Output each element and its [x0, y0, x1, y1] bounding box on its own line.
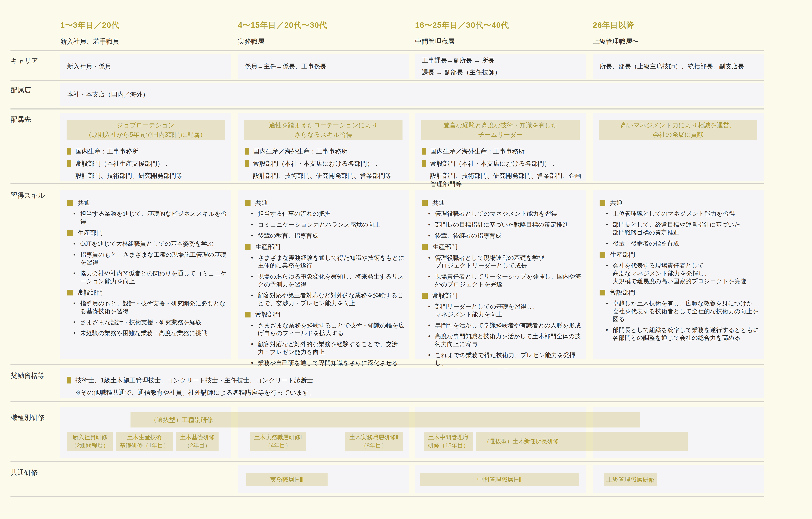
common-training-badge: 中間管理職層Ⅰ~Ⅱ [420, 473, 579, 486]
qualifications-text: 技術士、1級土木施工管理技士、コンクリート技士・主任技士、コンクリート診断士 [76, 376, 313, 385]
skills-group-label: 常設部門 [255, 310, 281, 319]
column-subtitle: 上級管理職層〜 [593, 37, 763, 46]
career-text: 係員→主任→係長、工事係長 [245, 63, 409, 70]
bullet-dot-icon: • [74, 270, 80, 285]
row-skills: 共通•担当する業務を通じて、基礎的なビジネススキルを習得生産部門•OJTを通じて… [0, 190, 812, 359]
skills-item: •現場責任者としてリーダーシップを発揮し、国内や海外のプロジェクトを完遂 [428, 273, 582, 288]
bullet-dot-icon: • [428, 273, 435, 288]
skills-item: •会社を代表する現場責任者として 高度なマネジメント能力を発揮し、 大規模で難易… [606, 262, 759, 285]
skills-item: •管理役職者としてのマネジメント能力を習得 [428, 210, 582, 218]
skills-group-heading: 共通 [245, 199, 405, 207]
assignment-badge: 高いマネジメント力により相識を運営、 会社の発展に貢献 [599, 120, 757, 140]
skills-item: •さまざまな設計・技術支援・研究業務を経験 [74, 318, 227, 326]
bullet-dot-icon: • [606, 240, 613, 247]
skills-group-heading: 生産部門 [67, 228, 227, 237]
skills-item: •業務や自己研を通して専門知識をさらに深化させる [251, 359, 405, 367]
divider [10, 496, 763, 497]
assignment-item-subtext: 設計部門、技術部門、研究開発部門、営業部門、企画管理部門等 [430, 172, 582, 188]
bullet-square-icon [422, 148, 426, 155]
divider [10, 109, 763, 110]
qualifications-item: 技術士、1級土木施工管理技士、コンクリート技士・主任技士、コンクリート診断士 [67, 376, 757, 385]
bullet-dot-icon: • [428, 221, 435, 228]
bullet-dot-icon: • [74, 240, 80, 248]
skills-group-label: 共通 [255, 199, 268, 207]
skills-group-heading: 常設部門 [67, 288, 227, 297]
bullet-dot-icon: • [428, 322, 435, 329]
skills-item-text: 管理役職者としてのマネジメント能力を習得 [435, 210, 557, 218]
column-subtitle: 新入社員、若手職員 [60, 37, 231, 46]
skills-item-text: 管理役職者として現場運営の基礎を学び プロジェクトリーダーとして成長 [435, 254, 544, 270]
assignment-item-subtext: 設計部門、技術部門、研究開発部門等 [76, 172, 227, 180]
assignment-item-text: 常設部門（本社生産支援部門）： [76, 159, 170, 168]
skills-item-text: 担当する仕事の流れの把握 [258, 210, 331, 218]
bullet-square-icon [422, 293, 428, 299]
divider [10, 50, 763, 51]
bullet-dot-icon: • [251, 210, 258, 218]
assignment-items: 国内生産：工事事務所常設部門（本社生産支援部門）：設計部門、技術部門、研究開発部… [67, 147, 227, 180]
skills-item-text: 業務や自己研を通して専門知識をさらに深化させる [258, 359, 398, 367]
bullet-dot-icon: • [606, 210, 613, 218]
row-qualifications: 技術士、1級土木施工管理技士、コンクリート技士・主任技士、コンクリート診断士 ※… [0, 368, 812, 398]
row-job-training: （選抜型）工種別研修 新入社員研修 （2週間程度）土木生産技術 基礎研修（1年目… [0, 407, 812, 458]
skills-item: •さまざまな実務経験を通して得た知識や技術をもとに主体的に業務を遂行 [251, 254, 405, 270]
career-text: 新入社員・係員 [67, 63, 231, 70]
bullet-dot-icon: • [74, 251, 80, 267]
assignment-item-text: 国内生産／海外生産：工事事務所 [253, 147, 347, 156]
bullet-dot-icon: • [74, 329, 80, 337]
assignment-badge: 豊富な経験と高度な技術・知識を有した チームリーダー [422, 120, 580, 140]
skills-item-text: さまざまな業務を経験することで技術・知識の幅を広げ自らのフィールドを拡大する [258, 322, 405, 337]
assignment-items: 国内生産／海外生産：工事事務所常設部門（本社・本支店における各部門）：設計部門、… [422, 147, 582, 188]
bullet-square-icon [67, 148, 71, 155]
bullet-square-icon [245, 160, 249, 167]
bullet-dot-icon: • [251, 232, 258, 240]
skills-item: •指導員のもと、さまざまな工種の現場施工管理の基礎を習得 [74, 251, 227, 267]
divider [10, 401, 763, 402]
bullet-dot-icon: • [606, 326, 613, 342]
career-cell: 係員→主任→係長、工事係長 [238, 54, 409, 79]
assignment-cell: ジョブローテション （原則入社から5年間で国内3部門に配属）国内生産：工事事務所… [60, 113, 231, 181]
skills-item: •協力会社や社内関係者との関わりを通してコミュニケーション能力を向上 [74, 270, 227, 285]
training-badge: 土木実務職層研修Ⅱ （8年目） [345, 432, 403, 451]
bullet-square-icon [67, 290, 73, 296]
skills-item-text: 顧客対応や第三者対応など対外的な業務を経験することで、交渉力・プレゼン能力を向上 [258, 292, 405, 307]
bullet-square-icon [600, 290, 605, 296]
bullet-dot-icon: • [251, 254, 258, 270]
assignment-item-text: 国内生産：工事事務所 [76, 147, 138, 156]
skills-item-text: 後輩の教育、指導育成 [258, 232, 318, 240]
skills-group-heading: 常設部門 [245, 310, 405, 319]
divider [10, 461, 763, 462]
branch-text: 本社・本支店（国内／海外） [67, 90, 149, 99]
bullet-dot-icon: • [428, 254, 435, 270]
skills-item-text: 上位管理職としてのマネジメント能力を習得 [613, 210, 735, 218]
skills-group-label: 常設部門 [432, 292, 458, 300]
qualifications-note: ※その他職種共通で、通信教育や社員、社外講師による各種講座等を行っています。 [76, 388, 757, 397]
skills-item-text: コミュニケーション力とバランス感覚の向上 [258, 221, 380, 228]
skills-cell: 共通•担当する仕事の流れの把握•コミュニケーション力とバランス感覚の向上•後輩の… [238, 190, 409, 359]
skills-item-text: 会社を代表する現場責任者として 高度なマネジメント能力を発揮し、 大規模で難易度… [613, 262, 747, 285]
skills-group-heading: 生産部門 [600, 250, 759, 259]
career-text: 工事課長→副所長 → 所長 [422, 57, 586, 64]
skills-item: •部門長として、経営目標や運営指針に基づいた 部門戦略目標の策定推進 [606, 221, 759, 237]
skills-group-label: 常設部門 [78, 288, 103, 297]
bullet-dot-icon: • [606, 221, 613, 237]
qualifications-cell: 技術士、1級土木施工管理技士、コンクリート技士・主任技士、コンクリート診断士 ※… [60, 368, 763, 398]
skills-item: •専門性を活かして学識経験者や有識者との人脈を形成 [428, 322, 582, 329]
training-badge: 土木実務職層研修Ⅰ （4年目） [250, 432, 306, 451]
skills-item-text: 専門性を活かして学識経験者や有識者との人脈を形成 [435, 322, 581, 329]
skills-item-text: 担当する業務を通じて、基礎的なビジネススキルを習得 [80, 210, 227, 225]
skills-item: •卓越した土木技術を有し、広範な教養を身につけた 会社を代表する技術者として全社… [606, 300, 759, 323]
column-subtitle: 中間管理職層 [415, 37, 586, 46]
skills-group-label: 生産部門 [432, 243, 458, 251]
career-text: 所長、部長（上級主席技師）、統括部長、副支店長 [600, 63, 763, 70]
training-badge: 土木基礎研修 （2年目） [176, 432, 219, 451]
career-development-chart: 1〜3年目／20代新入社員、若手職員4〜15年目／20代〜30代実務職層16〜2… [0, 0, 812, 519]
row-branch: 本社・本支店（国内／海外） [0, 83, 812, 106]
skills-item-text: 卓越した土木技術を有し、広範な教養を身につけた 会社を代表する技術者として全社的… [613, 300, 759, 323]
skills-item-text: 指導員のもと、設計・技術支援・研究開発に必要となる基礎技術を習得 [80, 300, 227, 315]
bullet-square-icon [67, 230, 73, 236]
divider [10, 183, 763, 184]
skills-item: •さまざまな業務を経験することで技術・知識の幅を広げ自らのフィールドを拡大する [251, 322, 405, 337]
assignment-item: 常設部門（本社生産支援部門）： [67, 159, 227, 168]
column-header: 4〜15年目／20代〜30代実務職層 [238, 20, 409, 46]
assignment-item-text: 常設部門（本社・本支店における各部門）： [253, 159, 379, 168]
